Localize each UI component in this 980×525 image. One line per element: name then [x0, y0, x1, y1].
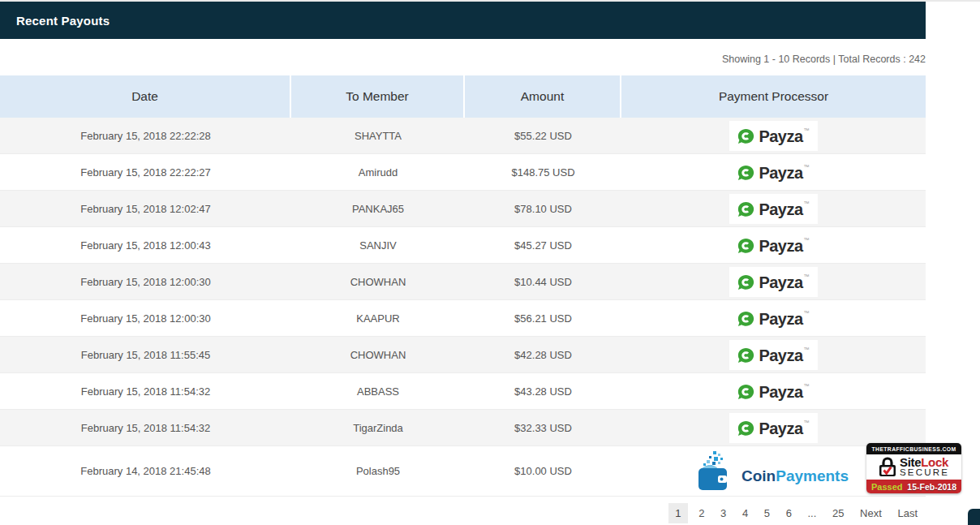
payout-member: CHOWHAN — [291, 337, 465, 372]
payza-logo-text: Payza — [759, 127, 802, 146]
table-row: February 15, 2018 12:00:30 CHOWHAN $10.4… — [0, 264, 926, 300]
sitelock-status-bar: Passed 15-Feb-2018 — [866, 480, 961, 493]
sitelock-secure-badge[interactable]: THETRAFFICBUSINESS.COM SiteLock SECURE P… — [866, 443, 961, 493]
payout-member: SANJIV — [291, 227, 465, 263]
payout-amount: $56.21 USD — [465, 300, 621, 336]
payza-logo-text: Payza — [759, 273, 802, 292]
payout-date: February 15, 2018 22:22:27 — [0, 154, 291, 190]
payout-amount: $10.44 USD — [465, 264, 621, 299]
pagination-page-1[interactable]: 1 — [668, 503, 687, 523]
payza-logo: Payza™ — [729, 377, 817, 407]
payza-icon — [737, 128, 754, 145]
payout-member: PANKAJ65 — [291, 191, 465, 226]
payza-logo: Payza™ — [729, 230, 817, 260]
table-row: February 15, 2018 22:22:27 Amirudd $148.… — [0, 154, 926, 191]
payout-processor: Payza™ — [621, 227, 926, 263]
payout-processor: Payza™ — [621, 300, 926, 336]
pagination-page-2[interactable]: 2 — [694, 503, 709, 523]
payza-logo-text: Payza — [759, 309, 802, 329]
pagination-next[interactable]: Next — [855, 503, 887, 523]
payza-logo: Payza™ — [729, 340, 817, 370]
column-header-date: Date — [0, 75, 291, 118]
pagination-page-4[interactable]: 4 — [737, 503, 753, 523]
payza-logo: Payza™ — [729, 121, 817, 151]
payza-icon — [737, 420, 754, 437]
table-row: February 15, 2018 11:55:45 CHOWHAN $42.2… — [0, 337, 926, 373]
pagination-page-3[interactable]: 3 — [716, 503, 731, 523]
payza-icon — [737, 347, 754, 364]
payza-logo-text: Payza — [759, 200, 802, 219]
payza-trademark: ™ — [804, 346, 810, 354]
payza-icon — [737, 165, 754, 182]
payout-amount: $32.33 USD — [465, 410, 621, 445]
payout-amount: $10.00 USD — [465, 446, 621, 496]
payout-amount: $78.10 USD — [465, 191, 621, 226]
coinpayments-wallet-icon — [698, 451, 736, 492]
payza-logo-text: Payza — [759, 419, 802, 438]
payout-date: February 15, 2018 12:02:47 — [0, 191, 291, 226]
payza-logo-text: Payza — [759, 163, 802, 183]
payout-date: February 15, 2018 12:00:43 — [0, 227, 291, 263]
payout-member: ABBASS — [291, 373, 465, 409]
panel-header: Recent Payouts — [0, 2, 926, 39]
sitelock-scan-date: 15-Feb-2018 — [907, 482, 956, 492]
coinpayments-text-payments: Payments — [776, 467, 849, 484]
payza-icon — [737, 201, 754, 218]
payout-member: CHOWHAN — [291, 264, 465, 299]
column-header-payment-processor: Payment Processor — [621, 75, 926, 118]
payout-member: SHAYTTA — [291, 118, 465, 153]
sitelock-site-name: THETRAFFICBUSINESS.COM — [866, 443, 961, 454]
payout-date: February 15, 2018 11:55:45 — [0, 337, 291, 372]
payout-member: Polash95 — [291, 446, 465, 496]
scroll-top-button[interactable] — [968, 509, 980, 525]
payout-processor: Payza™ — [621, 410, 926, 445]
pagination-page-6[interactable]: 6 — [781, 503, 797, 523]
table-row: February 15, 2018 11:54:32 TigarZinda $3… — [0, 410, 926, 446]
payza-trademark: ™ — [804, 309, 810, 317]
sitelock-passed-label: Passed — [871, 482, 903, 492]
pagination-ellipsis: ... — [803, 503, 822, 523]
payza-icon — [737, 274, 754, 291]
payout-date: February 15, 2018 12:00:30 — [0, 264, 291, 299]
payout-amount: $148.75 USD — [465, 154, 621, 190]
payza-trademark: ™ — [804, 236, 810, 244]
table-row: February 15, 2018 22:22:28 SHAYTTA $55.2… — [0, 118, 926, 154]
payout-processor: Payza™ — [621, 373, 926, 409]
payout-date: February 15, 2018 12:00:30 — [0, 300, 291, 336]
payout-member: Amirudd — [291, 154, 465, 190]
payout-date: February 14, 2018 21:45:48 — [0, 446, 291, 496]
payout-date: February 15, 2018 11:54:32 — [0, 410, 291, 445]
payza-logo-text: Payza — [759, 382, 802, 402]
payza-logo: Payza™ — [729, 157, 817, 187]
payout-amount: $43.28 USD — [465, 373, 621, 409]
pagination: 1 2 3 4 5 6 ... 25 Next Last — [0, 503, 926, 523]
payouts-table: Date To Member Amount Payment Processor … — [0, 75, 926, 497]
records-summary: Showing 1 - 10 Records | Total Records :… — [0, 54, 926, 66]
payout-member: KAAPUR — [291, 300, 465, 336]
recent-payouts-page: Recent Payouts Showing 1 - 10 Records | … — [0, 0, 980, 525]
table-row: February 15, 2018 11:54:32 ABBASS $43.28… — [0, 373, 926, 410]
table-row: February 15, 2018 12:00:30 KAAPUR $56.21… — [0, 300, 926, 337]
coinpayments-text-coin: Coin — [741, 467, 776, 484]
pagination-last[interactable]: Last — [892, 503, 922, 523]
payza-trademark: ™ — [804, 200, 810, 208]
padlock-check-icon — [879, 457, 896, 477]
pagination-page-25[interactable]: 25 — [827, 503, 849, 523]
payza-icon — [737, 384, 754, 401]
table-row: February 15, 2018 12:00:43 SANJIV $45.27… — [0, 227, 926, 264]
payout-member: TigarZinda — [291, 410, 465, 445]
payout-date: February 15, 2018 22:22:28 — [0, 118, 291, 153]
coinpayments-logo: CoinPayments — [698, 451, 849, 492]
payout-amount: $42.28 USD — [465, 337, 621, 372]
payout-processor: Payza™ — [621, 264, 926, 299]
payza-logo-text: Payza — [759, 346, 802, 365]
payza-trademark: ™ — [804, 419, 810, 427]
table-row: February 14, 2018 21:45:48 Polash95 $10.… — [0, 446, 926, 497]
payout-processor: Payza™ — [621, 191, 926, 226]
payout-amount: $55.22 USD — [465, 118, 621, 153]
payza-trademark: ™ — [804, 127, 810, 135]
payout-date: February 15, 2018 11:54:32 — [0, 373, 291, 409]
payza-trademark: ™ — [804, 273, 810, 281]
pagination-page-5[interactable]: 5 — [759, 503, 775, 523]
column-header-to-member: To Member — [291, 75, 465, 118]
